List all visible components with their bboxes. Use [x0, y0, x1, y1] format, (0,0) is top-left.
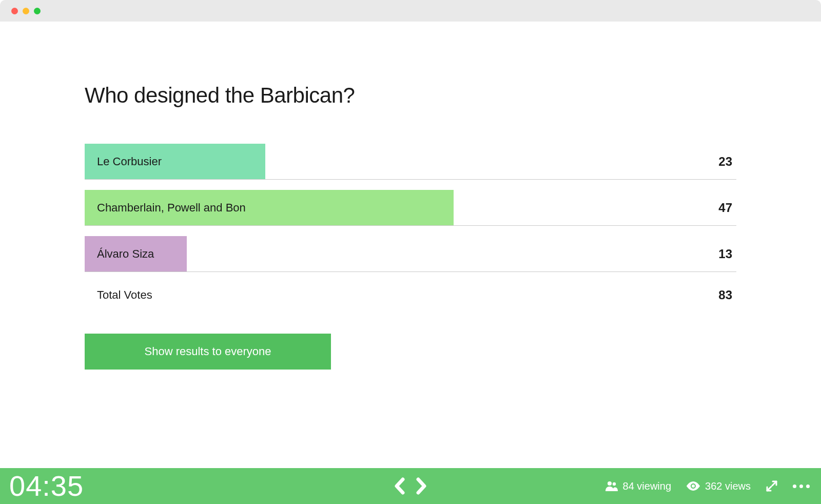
window-minimize-button[interactable] [23, 8, 29, 14]
poll-question: Who designed the Barbican? [85, 83, 736, 108]
svg-point-2 [692, 484, 695, 488]
viewers-text: 84 viewing [623, 480, 672, 492]
bottom-toolbar: 04:35 84 viewing [0, 468, 821, 504]
poll-option-count: 13 [718, 247, 732, 261]
views-count: 362 [705, 480, 722, 492]
chevron-right-icon [415, 477, 427, 495]
poll-option-label: Chamberlain, Powell and Bon [97, 201, 246, 215]
poll-panel: Who designed the Barbican? Le Corbusier2… [0, 22, 821, 504]
poll-options: Le Corbusier23Chamberlain, Powell and Bo… [85, 144, 736, 272]
viewers-suffix: viewing [637, 480, 671, 492]
expand-icon [766, 480, 777, 492]
views-text: 362 views [705, 480, 751, 492]
viewers-stat: 84 viewing [605, 480, 672, 492]
poll-option-label: Álvaro Siza [97, 247, 154, 261]
poll-option-row: Álvaro Siza13 [85, 236, 736, 272]
next-slide-button[interactable] [415, 477, 427, 495]
prev-slide-button[interactable] [394, 477, 406, 495]
poll-option-row: Chamberlain, Powell and Bon47 [85, 190, 736, 226]
poll-total-count: 83 [718, 288, 732, 302]
eye-icon [687, 481, 700, 491]
poll-option-row: Le Corbusier23 [85, 144, 736, 180]
poll-total-row: Total Votes 83 [85, 282, 736, 308]
views-stat: 362 views [687, 480, 751, 492]
svg-point-0 [608, 481, 612, 486]
poll-option-label: Le Corbusier [97, 155, 162, 168]
people-icon [605, 481, 618, 491]
views-suffix: views [725, 480, 751, 492]
slide-nav [394, 477, 427, 495]
poll-option-count: 23 [718, 154, 732, 169]
dot-icon [806, 484, 810, 488]
toolbar-right-cluster: 84 viewing 362 views [605, 480, 810, 492]
dot-icon [793, 484, 796, 488]
poll-option-count: 47 [718, 201, 732, 215]
window-titlebar [0, 0, 821, 22]
window-close-button[interactable] [11, 8, 18, 14]
app-window: Who designed the Barbican? Le Corbusier2… [0, 0, 821, 504]
svg-point-1 [612, 482, 615, 486]
fullscreen-button[interactable] [766, 480, 777, 492]
poll-total-label: Total Votes [97, 288, 152, 302]
chevron-left-icon [394, 477, 406, 495]
viewers-count: 84 [623, 480, 634, 492]
window-maximize-button[interactable] [34, 8, 41, 14]
show-results-button[interactable]: Show results to everyone [85, 334, 331, 370]
more-menu-button[interactable] [793, 484, 810, 488]
dot-icon [799, 484, 803, 488]
presentation-timer: 04:35 [9, 472, 84, 500]
